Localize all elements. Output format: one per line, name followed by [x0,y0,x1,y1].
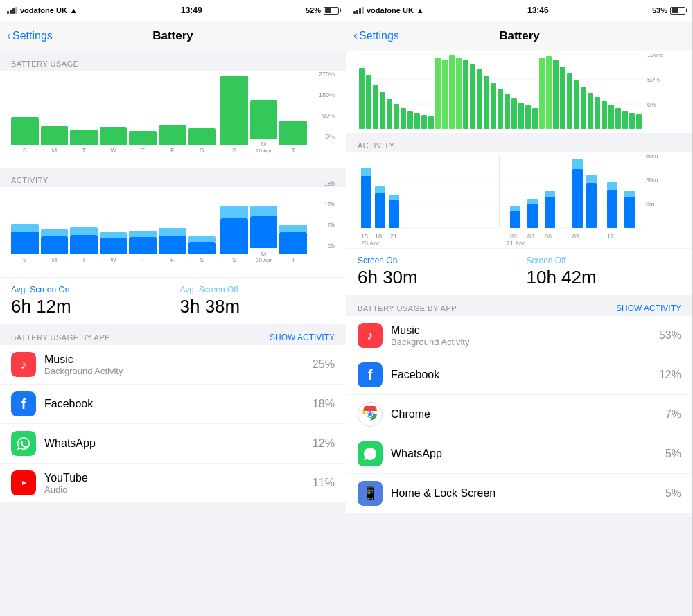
svg-rect-44 [636,114,642,129]
app-name: Facebook [391,369,659,381]
activity-label-right: ACTIVITY [346,133,692,152]
bar-group: S [188,128,216,154]
activity-chart-svg: 15 18 21 00 03 06 09 12 20 Apr 21 Apr 60… [358,155,669,245]
svg-rect-62 [527,199,538,204]
svg-text:00: 00 [510,233,517,240]
app-name: Home & Lock Screen [391,487,665,500]
app-icon-music: ♪ [11,352,36,377]
svg-rect-36 [581,87,586,129]
svg-rect-59 [510,211,520,228]
battery-by-app-label: BATTERY USAGE BY APP [11,333,110,342]
app-item-facebook[interactable]: f Facebook 18% [0,385,346,424]
app-percent: 5% [665,487,681,500]
screen-on-stat: Avg. Screen On 6h 12m [11,285,166,317]
svg-rect-69 [607,190,617,228]
svg-rect-31 [546,56,552,129]
show-activity-button-right[interactable]: SHOW ACTIVITY [616,303,681,313]
svg-text:0%: 0% [647,101,656,108]
status-right: 52% [306,6,339,15]
svg-rect-10 [401,108,406,129]
svg-text:06: 06 [545,233,552,240]
app-item-whatsapp[interactable]: WhatsApp 12% [0,424,346,464]
bar-group: W [100,127,128,154]
carrier-label: vodafone UK [20,6,67,15]
svg-rect-60 [510,206,520,211]
page-title: Battery [152,29,193,43]
screen-stats: Avg. Screen On 6h 12m Avg. Screen Off 3h… [0,277,346,324]
time-display-right: 13:46 [527,6,549,15]
svg-text:09: 09 [572,233,579,240]
svg-text:30m: 30m [646,177,658,184]
svg-rect-34 [567,73,572,129]
screen-stats-right: Screen On 6h 30m Screen Off 10h 42m [346,248,692,295]
signal-icon [7,7,17,14]
app-icon-whatsapp [11,431,36,456]
show-activity-button[interactable]: SHOW ACTIVITY [270,333,335,342]
bar-group: T [279,121,307,154]
svg-rect-55 [375,193,385,228]
app-info-music: Music Background Activity [44,353,313,376]
phone-panel-right: vodafone UK ▲ 13:46 53% ‹ Settings Batte… [346,0,693,616]
activity-bar-group: M [41,229,69,263]
app-info-facebook-right: Facebook [391,369,659,381]
activity-chart: S M T [0,187,346,277]
status-left: vodafone UK ▲ [7,6,78,15]
svg-text:21: 21 [390,233,397,240]
app-usage-header: BATTERY USAGE BY APP SHOW ACTIVITY [0,324,346,345]
svg-rect-56 [375,186,385,193]
svg-rect-37 [588,93,593,129]
svg-rect-58 [389,195,399,200]
svg-rect-11 [407,111,413,129]
battery-icon-right [670,7,685,15]
app-item-chrome-right[interactable]: Chrome 7% [346,395,692,434]
svg-rect-71 [624,197,635,228]
app-item-homescreen-right[interactable]: 📱 Home & Lock Screen 5% [346,474,692,513]
app-item-whatsapp-right[interactable]: WhatsApp 5% [346,434,692,474]
carrier-label-right: vodafone UK [367,6,414,15]
back-label-right: Settings [359,30,399,42]
battery-percent: 52% [306,6,321,15]
app-subtitle: Background Activity [391,337,659,347]
app-item-facebook-right[interactable]: f Facebook 12% [346,355,692,395]
back-button-right[interactable]: ‹ Settings [353,28,399,43]
app-percent: 11% [313,477,335,489]
battery-chart-svg: 100% 50% 0% [358,54,669,130]
app-percent: 18% [313,398,335,410]
activity-bar-group: S [220,206,248,263]
svg-text:03: 03 [527,233,534,240]
app-item-youtube[interactable]: YouTube Audio 11% [0,464,346,502]
app-info-whatsapp: WhatsApp [44,437,313,450]
svg-rect-4 [359,68,365,129]
svg-rect-66 [572,159,583,169]
screen-off-value-right: 10h 42m [527,267,682,288]
svg-rect-63 [545,197,555,228]
svg-text:50%: 50% [647,76,660,83]
activity-bar-group: W [100,232,128,263]
screen-off-stat-right: Screen Off 10h 42m [527,256,682,288]
app-name: YouTube [44,472,313,484]
app-item-music[interactable]: ♪ Music Background Activity 25% [0,345,346,385]
app-list: ♪ Music Background Activity 25% f Facebo… [0,345,346,502]
app-name: Chrome [391,408,665,421]
bar-group: M [41,126,69,154]
app-icon-whatsapp-right [358,441,383,466]
screen-on-value: 6h 12m [11,296,166,317]
app-percent: 5% [665,448,681,460]
back-button[interactable]: ‹ Settings [7,28,53,43]
svg-rect-30 [539,58,545,129]
activity-bar-group: F [159,228,186,263]
screen-on-label: Avg. Screen On [11,285,166,294]
app-name: Music [391,324,659,337]
svg-rect-41 [615,108,621,129]
activity-bar-group: T [70,227,98,263]
screen-off-stat: Avg. Screen Off 3h 38m [180,285,335,317]
content-left: BATTERY USAGE S M [0,51,346,616]
screen-off-value: 3h 38m [180,296,335,317]
app-icon-music-right: ♪ [358,323,383,348]
bar-group: F [159,125,186,154]
app-item-music-right[interactable]: ♪ Music Background Activity 53% [346,316,692,355]
bar-group: T [129,131,157,154]
svg-rect-7 [380,92,385,129]
svg-rect-38 [595,97,600,129]
svg-rect-39 [602,101,607,129]
